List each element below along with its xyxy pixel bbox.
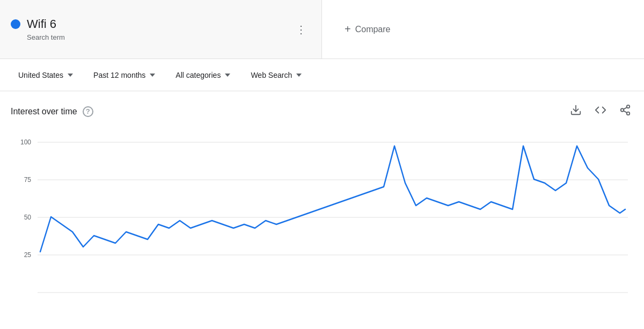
region-filter-button[interactable]: United States [11, 68, 80, 83]
chart-container: 100 75 50 25 Feb 10, 2019 Jun 2, 2019 Se… [11, 126, 633, 298]
svg-text:100: 100 [20, 138, 31, 146]
chart-title: Interest over time [11, 107, 77, 116]
search-term-left: Wifi 6 Search term [11, 17, 65, 41]
trend-line [40, 146, 625, 252]
svg-text:50: 50 [24, 214, 32, 221]
compare-button[interactable]: + Compare [338, 19, 397, 40]
topic-color-dot [11, 19, 20, 29]
filters-bar: United States Past 12 months All categor… [0, 59, 644, 91]
search-term-type-label: Search term [27, 33, 65, 41]
time-period-chevron-icon [150, 74, 155, 77]
search-term-name: Wifi 6 [27, 17, 56, 31]
more-options-icon[interactable]: ⋮ [291, 19, 311, 40]
compare-plus-icon: + [345, 23, 351, 35]
trend-chart: 100 75 50 25 Feb 10, 2019 Jun 2, 2019 Se… [11, 126, 633, 298]
chart-actions [568, 102, 633, 121]
compare-label: Compare [355, 25, 391, 34]
search-type-filter-button[interactable]: Web Search [243, 68, 309, 83]
time-period-filter-label: Past 12 months [93, 71, 145, 79]
search-type-filter-label: Web Search [251, 71, 292, 79]
embed-icon[interactable] [592, 102, 609, 121]
category-filter-label: All categories [175, 71, 221, 79]
time-period-filter-button[interactable]: Past 12 months [86, 68, 163, 83]
category-chevron-icon [225, 74, 230, 77]
search-type-chevron-icon [296, 74, 302, 77]
region-filter-label: United States [18, 71, 63, 79]
share-icon[interactable] [617, 102, 633, 121]
svg-text:25: 25 [24, 251, 32, 259]
svg-text:75: 75 [24, 176, 32, 184]
chart-header: Interest over time ? [11, 102, 633, 121]
header: Wifi 6 Search term ⋮ + Compare [0, 0, 644, 59]
chart-title-row: Interest over time ? [11, 106, 93, 117]
search-term-panel: Wifi 6 Search term ⋮ [0, 0, 322, 59]
svg-line-4 [624, 111, 627, 113]
search-term-title-row: Wifi 6 [11, 17, 65, 31]
chart-section: Interest over time ? [0, 91, 644, 303]
help-icon[interactable]: ? [83, 106, 93, 117]
category-filter-button[interactable]: All categories [168, 68, 238, 83]
compare-panel: + Compare [322, 0, 644, 59]
svg-line-5 [624, 107, 627, 109]
download-icon[interactable] [568, 102, 584, 121]
region-chevron-icon [68, 74, 73, 77]
